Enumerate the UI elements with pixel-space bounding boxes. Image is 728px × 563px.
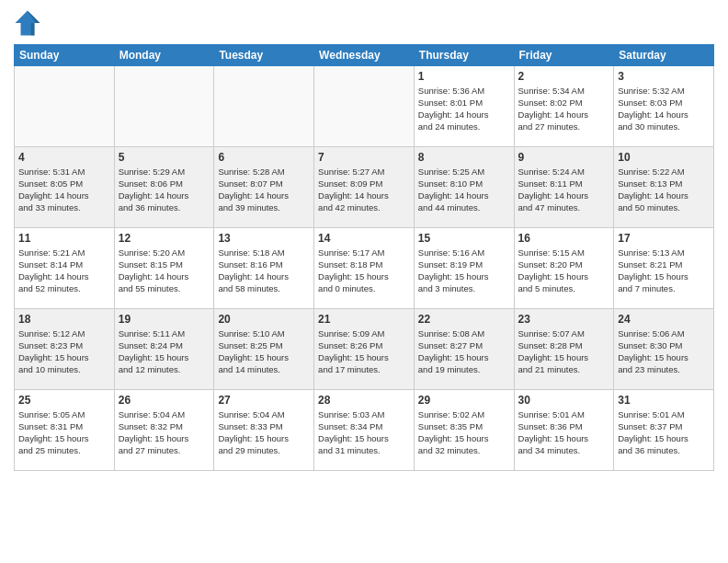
- weekday-sunday: Sunday: [15, 45, 115, 66]
- day-number: 20: [218, 312, 310, 327]
- day-number: 4: [18, 150, 110, 165]
- day-number: 31: [618, 393, 710, 408]
- day-number: 1: [418, 69, 510, 84]
- calendar-cell: 19Sunrise: 5:11 AM Sunset: 8:24 PM Dayli…: [114, 309, 214, 390]
- day-info: Sunrise: 5:01 AM Sunset: 8:36 PM Dayligh…: [518, 409, 610, 456]
- calendar-cell: 18Sunrise: 5:12 AM Sunset: 8:23 PM Dayli…: [15, 309, 115, 390]
- calendar-cell: 1Sunrise: 5:36 AM Sunset: 8:01 PM Daylig…: [414, 66, 514, 147]
- weekday-friday: Friday: [514, 45, 614, 66]
- day-info: Sunrise: 5:13 AM Sunset: 8:21 PM Dayligh…: [618, 247, 710, 294]
- day-number: 24: [618, 312, 710, 327]
- calendar-cell: 25Sunrise: 5:05 AM Sunset: 8:31 PM Dayli…: [15, 390, 115, 471]
- week-row-4: 25Sunrise: 5:05 AM Sunset: 8:31 PM Dayli…: [15, 390, 714, 471]
- day-number: 12: [119, 231, 210, 246]
- day-number: 26: [119, 393, 210, 408]
- day-number: 10: [618, 150, 710, 165]
- day-number: 11: [18, 231, 110, 246]
- day-info: Sunrise: 5:15 AM Sunset: 8:20 PM Dayligh…: [518, 247, 610, 294]
- calendar-cell: 8Sunrise: 5:25 AM Sunset: 8:10 PM Daylig…: [414, 147, 514, 228]
- day-number: 2: [518, 69, 610, 84]
- logo: [14, 9, 45, 37]
- calendar-cell: 22Sunrise: 5:08 AM Sunset: 8:27 PM Dayli…: [414, 309, 514, 390]
- calendar-cell: 14Sunrise: 5:17 AM Sunset: 8:18 PM Dayli…: [314, 228, 415, 309]
- calendar-cell: 5Sunrise: 5:29 AM Sunset: 8:06 PM Daylig…: [114, 147, 214, 228]
- day-info: Sunrise: 5:03 AM Sunset: 8:34 PM Dayligh…: [318, 409, 410, 456]
- day-info: Sunrise: 5:29 AM Sunset: 8:06 PM Dayligh…: [119, 167, 210, 213]
- week-row-3: 18Sunrise: 5:12 AM Sunset: 8:23 PM Dayli…: [15, 309, 714, 390]
- day-info: Sunrise: 5:10 AM Sunset: 8:25 PM Dayligh…: [218, 328, 310, 375]
- calendar-cell: 28Sunrise: 5:03 AM Sunset: 8:34 PM Dayli…: [314, 390, 415, 471]
- day-info: Sunrise: 5:04 AM Sunset: 8:32 PM Dayligh…: [119, 409, 210, 456]
- day-info: Sunrise: 5:06 AM Sunset: 8:30 PM Dayligh…: [618, 328, 710, 375]
- day-info: Sunrise: 5:09 AM Sunset: 8:26 PM Dayligh…: [318, 328, 410, 375]
- day-number: 19: [119, 312, 210, 327]
- calendar-cell: 12Sunrise: 5:20 AM Sunset: 8:15 PM Dayli…: [114, 228, 214, 309]
- weekday-thursday: Thursday: [414, 45, 514, 66]
- week-row-1: 4Sunrise: 5:31 AM Sunset: 8:05 PM Daylig…: [15, 147, 714, 228]
- week-row-2: 11Sunrise: 5:21 AM Sunset: 8:14 PM Dayli…: [15, 228, 714, 309]
- day-info: Sunrise: 5:27 AM Sunset: 8:09 PM Dayligh…: [318, 167, 410, 213]
- day-info: Sunrise: 5:18 AM Sunset: 8:16 PM Dayligh…: [218, 247, 310, 294]
- day-number: 30: [518, 393, 610, 408]
- calendar-cell: 11Sunrise: 5:21 AM Sunset: 8:14 PM Dayli…: [15, 228, 115, 309]
- calendar-cell: 3Sunrise: 5:32 AM Sunset: 8:03 PM Daylig…: [614, 66, 714, 147]
- calendar: SundayMondayTuesdayWednesdayThursdayFrid…: [14, 44, 714, 471]
- day-number: 21: [318, 312, 410, 327]
- day-info: Sunrise: 5:02 AM Sunset: 8:35 PM Dayligh…: [418, 409, 510, 456]
- calendar-cell: [114, 66, 214, 147]
- day-number: 14: [318, 231, 410, 246]
- calendar-cell: 27Sunrise: 5:04 AM Sunset: 8:33 PM Dayli…: [214, 390, 314, 471]
- day-number: 6: [218, 150, 310, 165]
- day-info: Sunrise: 5:31 AM Sunset: 8:05 PM Dayligh…: [18, 167, 110, 213]
- day-number: 28: [318, 393, 410, 408]
- calendar-cell: 2Sunrise: 5:34 AM Sunset: 8:02 PM Daylig…: [514, 66, 614, 147]
- day-number: 15: [418, 231, 510, 246]
- day-info: Sunrise: 5:25 AM Sunset: 8:10 PM Dayligh…: [418, 167, 510, 213]
- weekday-tuesday: Tuesday: [214, 45, 314, 66]
- calendar-cell: 24Sunrise: 5:06 AM Sunset: 8:30 PM Dayli…: [614, 309, 714, 390]
- calendar-cell: 20Sunrise: 5:10 AM Sunset: 8:25 PM Dayli…: [214, 309, 314, 390]
- day-number: 29: [418, 393, 510, 408]
- day-info: Sunrise: 5:04 AM Sunset: 8:33 PM Dayligh…: [218, 409, 310, 456]
- day-info: Sunrise: 5:12 AM Sunset: 8:23 PM Dayligh…: [18, 328, 110, 375]
- calendar-cell: 16Sunrise: 5:15 AM Sunset: 8:20 PM Dayli…: [514, 228, 614, 309]
- day-number: 8: [418, 150, 510, 165]
- day-info: Sunrise: 5:20 AM Sunset: 8:15 PM Dayligh…: [119, 247, 210, 294]
- day-number: 23: [518, 312, 610, 327]
- day-info: Sunrise: 5:01 AM Sunset: 8:37 PM Dayligh…: [618, 409, 710, 456]
- day-info: Sunrise: 5:36 AM Sunset: 8:01 PM Dayligh…: [418, 86, 510, 132]
- weekday-wednesday: Wednesday: [314, 45, 415, 66]
- logo-icon: [14, 9, 41, 37]
- calendar-cell: 17Sunrise: 5:13 AM Sunset: 8:21 PM Dayli…: [614, 228, 714, 309]
- day-info: Sunrise: 5:34 AM Sunset: 8:02 PM Dayligh…: [518, 86, 610, 132]
- calendar-cell: 29Sunrise: 5:02 AM Sunset: 8:35 PM Dayli…: [414, 390, 514, 471]
- day-number: 25: [18, 393, 110, 408]
- day-number: 7: [318, 150, 410, 165]
- day-number: 9: [518, 150, 610, 165]
- calendar-cell: 13Sunrise: 5:18 AM Sunset: 8:16 PM Dayli…: [214, 228, 314, 309]
- weekday-saturday: Saturday: [614, 45, 714, 66]
- calendar-cell: 26Sunrise: 5:04 AM Sunset: 8:32 PM Dayli…: [114, 390, 214, 471]
- day-number: 22: [418, 312, 510, 327]
- calendar-cell: [214, 66, 314, 147]
- day-info: Sunrise: 5:22 AM Sunset: 8:13 PM Dayligh…: [618, 167, 710, 213]
- weekday-monday: Monday: [114, 45, 214, 66]
- week-row-0: 1Sunrise: 5:36 AM Sunset: 8:01 PM Daylig…: [15, 66, 714, 147]
- day-info: Sunrise: 5:17 AM Sunset: 8:18 PM Dayligh…: [318, 247, 410, 294]
- day-info: Sunrise: 5:28 AM Sunset: 8:07 PM Dayligh…: [218, 167, 310, 213]
- calendar-body: 1Sunrise: 5:36 AM Sunset: 8:01 PM Daylig…: [15, 66, 714, 471]
- day-number: 13: [218, 231, 310, 246]
- calendar-cell: 9Sunrise: 5:24 AM Sunset: 8:11 PM Daylig…: [514, 147, 614, 228]
- day-info: Sunrise: 5:11 AM Sunset: 8:24 PM Dayligh…: [119, 328, 210, 375]
- day-info: Sunrise: 5:05 AM Sunset: 8:31 PM Dayligh…: [18, 409, 110, 456]
- calendar-cell: 10Sunrise: 5:22 AM Sunset: 8:13 PM Dayli…: [614, 147, 714, 228]
- calendar-cell: 7Sunrise: 5:27 AM Sunset: 8:09 PM Daylig…: [314, 147, 415, 228]
- day-info: Sunrise: 5:24 AM Sunset: 8:11 PM Dayligh…: [518, 167, 610, 213]
- calendar-cell: 6Sunrise: 5:28 AM Sunset: 8:07 PM Daylig…: [214, 147, 314, 228]
- day-info: Sunrise: 5:07 AM Sunset: 8:28 PM Dayligh…: [518, 328, 610, 375]
- header: [14, 9, 714, 37]
- calendar-cell: 4Sunrise: 5:31 AM Sunset: 8:05 PM Daylig…: [15, 147, 115, 228]
- calendar-cell: 15Sunrise: 5:16 AM Sunset: 8:19 PM Dayli…: [414, 228, 514, 309]
- calendar-header: SundayMondayTuesdayWednesdayThursdayFrid…: [15, 45, 714, 66]
- calendar-cell: [314, 66, 415, 147]
